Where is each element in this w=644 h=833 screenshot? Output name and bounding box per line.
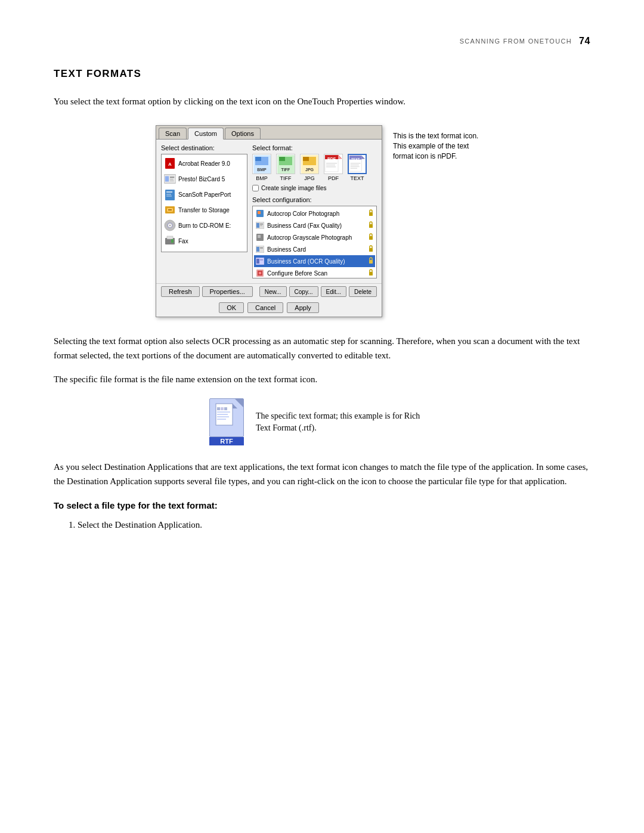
copy-button[interactable]: Copy... bbox=[289, 286, 318, 297]
dest-fax[interactable]: Fax bbox=[163, 233, 246, 249]
svg-rect-61 bbox=[256, 247, 259, 252]
dest-acrobat[interactable]: A Acrobat Reader 9.0 bbox=[163, 156, 246, 171]
format-row: BMP BMP TIFF bbox=[252, 154, 377, 181]
config-icon-bizcard bbox=[255, 244, 265, 254]
rtf-icon bbox=[209, 398, 244, 437]
format-label: Select format: bbox=[252, 144, 377, 151]
destination-panel: Select destination: A Acrobat Reader 9.0 bbox=[161, 144, 247, 278]
config-icon-autocrop-color bbox=[255, 209, 265, 218]
svg-rect-31 bbox=[303, 157, 309, 161]
svg-rect-3 bbox=[165, 176, 169, 181]
page-header: Scanning From OneTouch 74 bbox=[54, 36, 590, 47]
config-icon-autocrop-gray bbox=[255, 233, 265, 242]
ok-button[interactable]: OK bbox=[219, 302, 244, 313]
lock-bizcard-fax bbox=[368, 221, 374, 230]
svg-rect-76 bbox=[224, 407, 227, 410]
svg-rect-20 bbox=[171, 239, 174, 243]
format-bmp-icon[interactable]: BMP bbox=[252, 154, 271, 174]
paperport-icon bbox=[164, 188, 176, 200]
dest-paperport[interactable]: ScanSoft PaperPort bbox=[163, 187, 246, 202]
tab-options[interactable]: Options bbox=[225, 128, 261, 139]
svg-rect-67 bbox=[369, 260, 373, 264]
bizcard-icon bbox=[164, 173, 176, 185]
svg-rect-80 bbox=[217, 419, 226, 420]
svg-rect-9 bbox=[166, 194, 171, 195]
delete-button[interactable]: Delete bbox=[349, 286, 377, 297]
rtf-section: RTF The specific text format; this examp… bbox=[54, 398, 590, 445]
format-pdf-icon[interactable]: PDF bbox=[324, 154, 343, 174]
config-bizcard-ocr[interactable]: Business Card (OCR Quality) bbox=[254, 255, 375, 267]
svg-rect-55 bbox=[260, 225, 262, 226]
chapter-title: Scanning From OneTouch bbox=[460, 38, 572, 45]
svg-point-16 bbox=[169, 225, 171, 227]
config-icon-bizcard-ocr bbox=[255, 256, 265, 266]
svg-marker-42 bbox=[361, 156, 365, 159]
config-autocrop-gray[interactable]: Autocrop Grayscale Photograph bbox=[254, 231, 375, 243]
svg-rect-23 bbox=[255, 157, 261, 161]
svg-rect-46 bbox=[351, 165, 359, 165]
svg-rect-66 bbox=[260, 259, 263, 261]
svg-rect-54 bbox=[260, 224, 263, 225]
new-button[interactable]: New... bbox=[259, 286, 287, 297]
format-pdf-container: PDF PDF bbox=[324, 154, 343, 181]
dest-cd[interactable]: Burn to CD-ROM E: bbox=[163, 218, 246, 233]
format-jpg-icon[interactable]: JPG bbox=[300, 154, 319, 174]
svg-text:TIFF: TIFF bbox=[281, 168, 290, 172]
destination-list[interactable]: A Acrobat Reader 9.0 bbox=[161, 154, 247, 252]
svg-rect-7 bbox=[165, 190, 175, 200]
svg-rect-39 bbox=[326, 165, 335, 166]
dest-storage[interactable]: Transfer to Storage bbox=[163, 202, 246, 218]
ok-row: OK Cancel Apply bbox=[156, 299, 382, 317]
dest-bizcard[interactable]: Presto! BizCard 5 bbox=[163, 171, 246, 187]
format-bmp-label: BMP bbox=[256, 175, 268, 181]
config-icon-bizcard-fax bbox=[255, 221, 265, 230]
lock-bizcard bbox=[368, 245, 374, 253]
svg-text:BMP: BMP bbox=[257, 168, 267, 172]
format-text-icon[interactable]: TEXT bbox=[348, 154, 367, 174]
config-bizcard[interactable]: Business Card bbox=[254, 243, 375, 255]
svg-rect-51 bbox=[369, 212, 373, 216]
lock-autocrop-gray bbox=[368, 233, 374, 241]
edit-button[interactable]: Edit... bbox=[321, 286, 347, 297]
config-autocrop-color[interactable]: Autocrop Color Photograph bbox=[254, 208, 375, 219]
svg-rect-10 bbox=[166, 196, 172, 197]
svg-rect-19 bbox=[167, 236, 173, 239]
svg-rect-8 bbox=[166, 191, 172, 193]
format-jpg-label: JPG bbox=[304, 175, 315, 181]
callout-text: This is the text format icon. This examp… bbox=[393, 125, 488, 161]
lock-autocrop-color bbox=[368, 209, 374, 218]
single-image-checkbox[interactable] bbox=[252, 185, 259, 191]
format-bmp-container: BMP BMP bbox=[252, 154, 271, 181]
refresh-button[interactable]: Refresh bbox=[161, 286, 200, 297]
rtf-icon-container: RTF bbox=[209, 398, 244, 445]
tab-custom[interactable]: Custom bbox=[188, 128, 224, 140]
step-1: Select the Destination Application. bbox=[78, 518, 590, 532]
checkbox-row: Create single image files bbox=[252, 185, 377, 191]
config-label: Select configuration: bbox=[252, 196, 377, 203]
destination-label: Select destination: bbox=[161, 144, 247, 151]
dialog-tabs: Scan Custom Options bbox=[156, 126, 382, 140]
format-tiff-icon[interactable]: TIFF bbox=[276, 154, 295, 174]
checkbox-label: Create single image files bbox=[261, 185, 327, 191]
rtf-caption: The specific text format; this example i… bbox=[256, 410, 435, 433]
svg-rect-79 bbox=[217, 416, 229, 417]
svg-marker-73 bbox=[233, 404, 237, 408]
properties-button[interactable]: Properties... bbox=[202, 286, 253, 297]
format-tiff-label: TIFF bbox=[280, 175, 292, 181]
steps-list: Select the Destination Application. bbox=[54, 518, 590, 532]
config-list[interactable]: Autocrop Color Photograph bbox=[252, 206, 377, 278]
page-number: 74 bbox=[579, 36, 590, 47]
svg-rect-27 bbox=[279, 157, 285, 161]
acrobat-icon: A bbox=[164, 157, 176, 169]
svg-rect-45 bbox=[351, 163, 361, 163]
format-config-panel: Select format: BMP BMP bbox=[252, 144, 377, 278]
tab-scan[interactable]: Scan bbox=[159, 128, 187, 139]
config-configure-before[interactable]: Configure Before Scan bbox=[254, 267, 375, 278]
svg-rect-48 bbox=[351, 168, 357, 169]
rtf-label: RTF bbox=[209, 437, 244, 445]
svg-rect-62 bbox=[260, 247, 263, 249]
config-bizcard-fax[interactable]: Business Card (Fax Quality) bbox=[254, 219, 375, 231]
cancel-button[interactable]: Cancel bbox=[247, 302, 283, 313]
apply-button[interactable]: Apply bbox=[287, 302, 319, 313]
svg-rect-47 bbox=[351, 166, 360, 167]
